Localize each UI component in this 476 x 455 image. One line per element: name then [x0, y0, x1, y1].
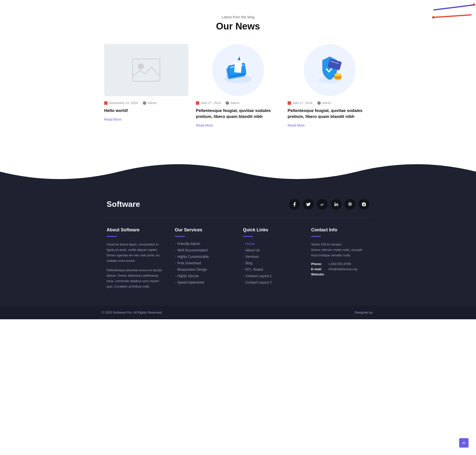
copyright-text: © 2020 Software Pro. All Rights Reserved… [102, 311, 162, 314]
arrow-icon-3: › [175, 255, 176, 258]
arrow-blog: › [243, 261, 244, 265]
card-1-image [104, 44, 188, 96]
about-title: About Software [107, 227, 165, 233]
wave-divider [0, 157, 476, 187]
card-3-date: Julio 27, 2018 [288, 101, 312, 105]
card-2-image [212, 44, 264, 96]
arrow-icon-7: › [175, 281, 176, 284]
svg-rect-21 [334, 76, 341, 78]
phone-label: Phone: [311, 262, 326, 266]
contact-website-row: Website: [311, 272, 369, 276]
quicklink-about[interactable]: › About Us [243, 248, 301, 252]
services-list: › Friendly Admin › Well Documentated › H… [175, 242, 233, 284]
svg-rect-4 [133, 59, 160, 81]
social-pinterest[interactable] [345, 199, 356, 210]
about-para1: Vivamus lectus ligula, consectetur in li… [107, 242, 165, 264]
service-item-1[interactable]: › Friendly Admin [175, 242, 233, 246]
contact-email-row: E-mail: info@sktthemes.org [311, 267, 369, 271]
social-facebook[interactable] [289, 199, 300, 210]
quicklink-contact2[interactable]: › Contact Layout 2 [243, 280, 301, 284]
card-1-read-more[interactable]: Read More [104, 117, 121, 121]
arrow-rtl: › [243, 268, 244, 271]
svg-point-1 [473, 3, 475, 6]
card-3-read-more[interactable]: Read More [288, 123, 305, 127]
blog-card-2: Julio 27, 2018 Admin Pellentesque feugia… [196, 44, 280, 128]
social-linkedin[interactable] [331, 199, 342, 210]
social-icons: g+ [289, 199, 369, 210]
social-twitter[interactable] [303, 199, 314, 210]
card-2-title: Pellentesque feugiat, quvitae sodales pr… [196, 108, 280, 120]
arrow-icon-5: › [175, 268, 176, 271]
blog-section: Latest from the blog Our News Noviembre … [0, 0, 476, 157]
arrow-home: › [243, 242, 244, 245]
card-1-author: Admin [143, 101, 157, 105]
svg-point-5 [138, 63, 144, 69]
card-2-date: Julio 27, 2018 [196, 101, 221, 105]
quicklink-home[interactable]: › Home [243, 242, 301, 246]
blog-title: Our News [5, 21, 471, 32]
svg-line-0 [434, 5, 474, 10]
calendar-icon-3 [288, 101, 291, 105]
card-1-date: Noviembre 14, 2024 [104, 101, 138, 105]
contact-title: Contact Info [311, 227, 369, 233]
card-3-author: Admin [317, 101, 331, 105]
user-icon-2 [226, 101, 229, 105]
arrow-contact2: › [243, 281, 244, 284]
quicklinks-list: › Home › About Us › Services › Blog › RT… [243, 242, 301, 284]
website-label: Website: [311, 272, 326, 276]
quicklinks-title: Quick Links [243, 227, 301, 233]
arrow-contact1: › [243, 274, 244, 278]
card-1-meta: Noviembre 14, 2024 Admin [104, 101, 188, 105]
footer-col-contact: Contact Info Street 238,52 temporDonec u… [311, 227, 369, 294]
social-skype[interactable] [358, 199, 369, 210]
service-item-3[interactable]: › Highly Customizable [175, 255, 233, 259]
calendar-icon-2 [196, 101, 199, 105]
quicklink-contact1[interactable]: › Contact Layout 1 [243, 274, 301, 278]
quicklink-services[interactable]: › Services [243, 255, 301, 259]
contact-address: Street 238,52 temporDonec ultricies matt… [311, 242, 369, 258]
blog-subtitle: Latest from the blog [5, 15, 471, 19]
footer-logo: Software [107, 200, 140, 209]
footer-columns: About Software Vivamus lectus ligula, co… [102, 217, 374, 306]
footer-bottom: © 2020 Software Pro. All Rights Reserved… [0, 306, 476, 319]
social-googleplus[interactable]: g+ [317, 199, 328, 210]
blog-cards: Noviembre 14, 2024 Admin Hello world! Re… [102, 44, 374, 128]
card-1-title: Hello world! [104, 108, 188, 114]
card-2-read-more[interactable]: Read More [196, 123, 213, 127]
arrow-services: › [243, 255, 244, 258]
arrow-icon-1: › [175, 242, 176, 245]
quicklinks-underline [243, 236, 253, 237]
footer-col-about: About Software Vivamus lectus ligula, co… [107, 227, 165, 294]
quicklink-rtl[interactable]: › RTL Tested [243, 268, 301, 271]
user-icon-3 [317, 101, 321, 105]
blog-card-3: Julio 27, 2018 Admin Pellentesque feugia… [288, 44, 372, 128]
designed-by-text: Designed by . [355, 311, 375, 314]
footer-col-quicklinks: Quick Links › Home › About Us › Services… [243, 227, 301, 294]
service-item-5[interactable]: › Responsive Design [175, 268, 233, 271]
arrow-icon-6: › [175, 274, 176, 278]
card-2-author: Admin [226, 101, 239, 105]
email-value: info@sktthemes.org [328, 267, 357, 271]
service-item-2[interactable]: › Well Documentated [175, 248, 233, 252]
blog-card-1: Noviembre 14, 2024 Admin Hello world! Re… [104, 44, 188, 128]
card-3-image [304, 44, 356, 96]
footer-col-services: Our Services › Friendly Admin › Well Doc… [175, 227, 233, 294]
arrow-icon-4: › [175, 261, 176, 265]
about-para2: Pellentesque placerat urna a eu iaculis … [107, 268, 165, 289]
arrow-icon-2: › [175, 248, 176, 252]
calendar-icon [104, 101, 108, 105]
service-item-7[interactable]: › Speed Optimized [175, 280, 233, 284]
quicklink-blog[interactable]: › Blog [243, 261, 301, 265]
contact-phone-row: Phone: 1.800.555.6789 [311, 262, 369, 266]
user-icon [143, 101, 146, 105]
service-item-4[interactable]: › Free Download [175, 261, 233, 265]
contact-underline [311, 236, 321, 237]
arrow-about: › [243, 248, 244, 252]
footer-bottom-inner: © 2020 Software Pro. All Rights Reserved… [102, 311, 374, 314]
email-label: E-mail: [311, 267, 326, 271]
phone-value: 1.800.555.6789 [328, 262, 351, 266]
footer-top: Software g+ [102, 187, 374, 217]
card-2-meta: Julio 27, 2018 Admin [196, 101, 280, 105]
services-title: Our Services [175, 227, 233, 233]
service-item-6[interactable]: › Highly Secure [175, 274, 233, 278]
